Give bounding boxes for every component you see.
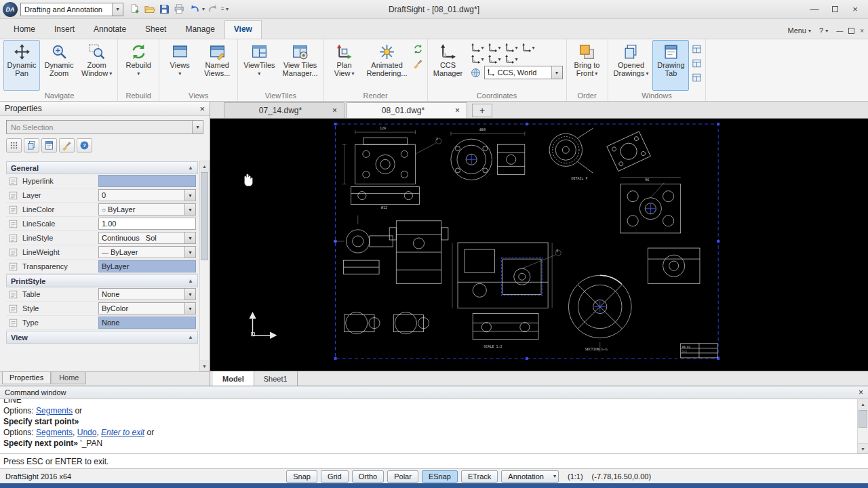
view-tiles-manager-button[interactable]: View Tiles Manager...	[279, 40, 321, 91]
scroll-up-icon[interactable]: ▲	[200, 161, 209, 171]
property-value-linescale[interactable]: 1.00	[98, 218, 196, 230]
collapse-icon[interactable]: ▲	[188, 278, 193, 284]
customize-toolbar-button[interactable]: ≡ ▾	[221, 6, 229, 12]
panel-tab-properties[interactable]: Properties	[2, 372, 51, 384]
section-header-printstyle[interactable]: PrintStyle▲	[6, 274, 198, 287]
opened-drawings-button[interactable]: Opened Drawings▾	[610, 40, 652, 91]
help-button[interactable]: ?▾	[819, 26, 828, 35]
menu-tab-insert[interactable]: Insert	[45, 20, 84, 39]
property-value-hyperlink[interactable]	[98, 175, 196, 187]
dropdown-arrow-icon[interactable]: ▾	[184, 303, 195, 314]
sheet-tab-model[interactable]: Model	[213, 371, 254, 386]
selection-dropdown[interactable]: No Selection ▾	[6, 120, 203, 134]
drawing-tab-button[interactable]: Drawing Tab	[652, 40, 689, 91]
render-settings-button[interactable]	[412, 57, 425, 70]
sheet-tab-sheet1[interactable]: Sheet1	[254, 371, 298, 386]
views-button[interactable]: Views ▾	[161, 40, 198, 91]
toggle-ortho[interactable]: Ortho	[352, 470, 384, 483]
scroll-down-icon[interactable]: ▼	[200, 361, 209, 371]
chevron-down-icon[interactable]: ▾	[112, 3, 123, 16]
new-button[interactable]	[127, 3, 141, 16]
select-entities-button[interactable]	[6, 138, 22, 152]
save-button[interactable]	[157, 3, 171, 16]
command-option-link[interactable]: Segments	[36, 406, 73, 415]
dynamic-pan-button[interactable]: Dynamic Pan	[3, 40, 40, 91]
ccs-select[interactable]: CCS, World ▾	[484, 66, 563, 79]
toggle-polar[interactable]: Polar	[387, 470, 418, 483]
collapse-icon[interactable]: ▲	[188, 165, 193, 171]
doc-close-button[interactable]: ×	[860, 27, 864, 35]
toggle-esnap[interactable]: ESnap	[422, 470, 458, 483]
property-value-linestyle[interactable]: Continuous Sol▾	[98, 232, 196, 244]
ccs-xaxis-button[interactable]: ▾	[521, 43, 535, 53]
command-log[interactable]: LINEOptions: Segments orSpecify start po…	[0, 399, 868, 453]
doc-minimize-button[interactable]: —	[836, 27, 843, 35]
panel-help-button[interactable]	[77, 138, 92, 152]
ccs-view-button[interactable]: ▾	[505, 54, 518, 64]
quick-select-button[interactable]	[24, 138, 39, 152]
property-painter-button[interactable]	[59, 138, 75, 152]
minimize-button[interactable]: —	[804, 3, 825, 16]
tile-horizontal-button[interactable]	[690, 43, 703, 56]
ccs-entity-button[interactable]: ▾	[488, 54, 501, 64]
ccs-yaxis-button[interactable]: ▾	[471, 54, 484, 64]
maximize-button[interactable]	[825, 3, 845, 16]
ccs-origin-button[interactable]: ▾	[471, 43, 484, 53]
command-option-link[interactable]: Undo	[77, 428, 97, 437]
animated-rendering-button[interactable]: Animated Rendering...	[363, 40, 411, 91]
annotation-dropdown[interactable]: Annotation ▾	[501, 470, 559, 483]
properties-scrollbar[interactable]: ▲ ▼	[199, 161, 210, 371]
command-scrollbar[interactable]: ▲ ▼	[857, 399, 868, 453]
workspace-selector[interactable]: Drafting and Annotation ▾	[20, 3, 123, 16]
scrollbar-thumb[interactable]	[201, 172, 208, 260]
scroll-down-icon[interactable]: ▼	[858, 443, 868, 453]
scrollbar-thumb[interactable]	[859, 410, 867, 428]
menu-tab-annotate[interactable]: Annotate	[84, 20, 136, 39]
property-value-transparency[interactable]: ByLayer	[98, 260, 196, 272]
dropdown-arrow-icon[interactable]: ▾	[184, 190, 195, 201]
document-tab[interactable]: 08_01.dwg*×	[347, 102, 467, 118]
doc-restore-button[interactable]	[848, 28, 854, 34]
scroll-up-icon[interactable]: ▲	[858, 399, 868, 409]
viewtiles-button[interactable]: ViewTiles ▾	[240, 40, 278, 91]
section-header-general[interactable]: General▲	[6, 161, 198, 174]
chevron-down-icon[interactable]: ▾	[192, 121, 203, 134]
dynamic-zoom-button[interactable]: Dynamic Zoom	[41, 40, 77, 91]
undo-dropdown-arrow-icon[interactable]: ▾	[202, 6, 205, 12]
undo-button[interactable]	[187, 3, 201, 16]
chevron-down-icon[interactable]: ▾	[553, 473, 556, 479]
section-header-view[interactable]: View▲	[6, 331, 198, 344]
print-button[interactable]	[172, 3, 186, 16]
toggle-etrack[interactable]: ETrack	[461, 470, 498, 483]
ccs-3point-button[interactable]: ▾	[505, 43, 518, 53]
menu-tab-manage[interactable]: Manage	[176, 20, 224, 39]
command-input[interactable]: Press ESC or ENTER to exit.	[0, 453, 868, 468]
cascade-windows-button[interactable]	[690, 71, 703, 84]
property-value-style[interactable]: ByColor▾	[98, 302, 196, 314]
named-views-button[interactable]: Named Views...	[199, 40, 235, 91]
redo-button[interactable]	[206, 3, 220, 16]
close-command-window-icon[interactable]: ×	[859, 388, 863, 397]
property-value-layer[interactable]: 0▾	[98, 189, 196, 201]
panel-tab-home[interactable]: Home	[52, 372, 86, 384]
dropdown-arrow-icon[interactable]: ▾	[184, 289, 195, 300]
open-button[interactable]	[142, 3, 156, 16]
ccs-manager-button[interactable]: CCS Manager	[430, 40, 467, 91]
property-value-linecolor[interactable]: ○ByLayer▾	[98, 203, 196, 216]
menu-tab-home[interactable]: Home	[4, 20, 45, 39]
copy-properties-button[interactable]	[41, 138, 57, 152]
dropdown-arrow-icon[interactable]: ▾	[184, 247, 195, 258]
cad-drawing[interactable]: 120Ø60DETAIL F 96SECTION G-GSCALE 1:2 35…	[210, 119, 868, 371]
close-tab-icon[interactable]: ×	[454, 106, 461, 115]
toggle-snap[interactable]: Snap	[286, 470, 317, 483]
ccs-zaxis-button[interactable]: ▾	[488, 43, 501, 53]
plan-view-button[interactable]: Plan View▾	[326, 40, 363, 91]
collapse-icon[interactable]: ▲	[188, 334, 193, 340]
tile-vertical-button[interactable]	[690, 57, 703, 70]
chevron-down-icon[interactable]: ▾	[551, 66, 562, 79]
command-option-link[interactable]: Segments	[36, 428, 73, 437]
new-tab-button[interactable]: +	[472, 104, 492, 117]
close-button[interactable]: ×	[845, 3, 865, 16]
bring-to-front-button[interactable]: Bring to Front▾	[569, 40, 606, 91]
toggle-grid[interactable]: Grid	[321, 470, 349, 483]
